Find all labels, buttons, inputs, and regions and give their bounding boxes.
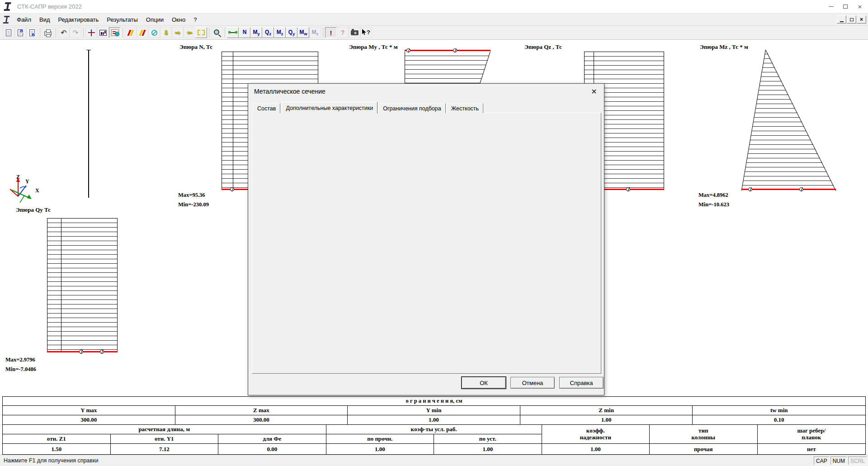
minimize-button[interactable] [824, 0, 838, 13]
menu-file[interactable]: Файл [13, 14, 35, 25]
arrow-down-icon: ⇩ [163, 29, 169, 36]
load-bolt-2-icon [139, 29, 146, 36]
arrow-down-button[interactable]: ⇩ [160, 27, 172, 38]
column-header: отн. Z1 [3, 434, 111, 444]
force-mz-button[interactable]: Mz [274, 27, 286, 38]
context-help-icon [362, 29, 370, 36]
menu-options[interactable]: Опции [142, 14, 168, 25]
question-icon: ? [341, 29, 345, 36]
table-top-section: Y max Z max Y min Z min tw min 300.00 30… [3, 406, 865, 425]
force-n-button[interactable]: N [239, 27, 250, 38]
exclamation-icon: ! [330, 29, 332, 37]
mdi-close-button[interactable]: × [857, 15, 866, 24]
export-page-icon [29, 29, 35, 36]
axes-move-icon [88, 29, 95, 36]
force-qy-button[interactable]: Qy [286, 27, 297, 38]
diagram-n-divider [233, 52, 233, 189]
exclamation-button[interactable]: ! [325, 27, 337, 38]
axis-z-label: Z [16, 174, 20, 181]
mdi-restore-button[interactable] [847, 15, 856, 24]
menu-results[interactable]: Результаты [103, 14, 142, 25]
load-bolt-2-button[interactable] [137, 27, 148, 38]
close-icon: × [858, 3, 862, 10]
element-line-button[interactable] [227, 27, 239, 38]
selection-frame-button[interactable] [195, 27, 207, 38]
table-cell: 7.12 [111, 444, 219, 454]
force-qz-button[interactable]: Qz [262, 27, 274, 38]
diagram-mz-min: Min=-10.623 [698, 201, 729, 208]
toolbar-separator [225, 28, 225, 38]
cancel-button[interactable]: Отмена [510, 377, 555, 389]
limits-table: о г р а н и ч е н и я, см Y max Z max Y … [2, 396, 866, 455]
toolbar-separator [83, 28, 84, 38]
column-header: для Фе [218, 434, 326, 444]
copy-page-icon [18, 29, 23, 36]
tab-stiffness[interactable]: Жесткость [447, 103, 483, 113]
force-mz-icon: Mz [277, 29, 283, 36]
hinge-marker [799, 187, 803, 191]
hinge-marker [79, 350, 83, 354]
snapshot-button[interactable] [349, 27, 360, 38]
axes-move-button[interactable] [85, 27, 97, 38]
column-header: Y min [348, 406, 520, 415]
context-help-button[interactable] [360, 27, 372, 38]
force-mx-button[interactable]: Mx [309, 27, 321, 38]
column-header: Y max [3, 406, 175, 415]
diagram-window-button[interactable] [97, 27, 109, 38]
arrow-right-icon: ⇨ [175, 29, 180, 36]
menu-bar: Файл Вид Редактировать Результаты Опции … [0, 14, 868, 26]
force-qz-icon: Qz [265, 29, 271, 36]
export-page-button[interactable] [26, 27, 38, 38]
hinge-marker [230, 187, 234, 191]
copy-page-button[interactable] [14, 27, 26, 38]
question-button[interactable]: ? [337, 27, 349, 38]
tab-selection-limits[interactable]: Ограничения подбора [378, 103, 445, 113]
toolbar: ⇩ ⇨ ⇦ N My Qz Mz Qy Mw Mx ! ? [0, 26, 868, 40]
force-mw-button[interactable]: Mw [297, 27, 309, 38]
axis-triad-icon [6, 175, 38, 206]
menu-edit[interactable]: Редактировать [54, 14, 103, 25]
force-my-button[interactable]: My [250, 27, 262, 38]
mdi-close-icon: × [860, 17, 863, 22]
metal-section-dialog: Металлическое сечение ✕ Состав Дополните… [248, 83, 604, 395]
zoom-button[interactable] [211, 27, 223, 38]
close-button[interactable]: × [853, 0, 867, 13]
no-load-button[interactable] [148, 27, 160, 38]
table-cell: 0.00 [218, 444, 326, 454]
help-button[interactable]: Справка [559, 377, 604, 389]
ok-button[interactable]: ОК [462, 377, 506, 389]
load-bolt-1-button[interactable] [125, 27, 137, 38]
tab-additional-characteristics[interactable]: Дополнительные характеристики [281, 102, 377, 114]
arrow-left-button[interactable]: ⇦ [184, 27, 195, 38]
menu-window[interactable]: Окно [168, 14, 189, 25]
mdi-window-controls: × [837, 15, 866, 24]
element-props-button[interactable] [109, 27, 121, 38]
selection-frame-icon [198, 30, 205, 35]
diagram-qy-min: Min=-7.0486 [5, 366, 36, 373]
column-header: отн. Y1 [111, 434, 219, 444]
table-cell: нет [758, 444, 866, 454]
maximize-button[interactable] [838, 0, 853, 13]
mdi-minimize-button[interactable] [837, 15, 846, 24]
table-cell: 300.00 [175, 415, 348, 425]
table-cell: 0.10 [693, 415, 865, 425]
group-header: типколонны [650, 425, 758, 444]
new-document-icon [6, 29, 11, 36]
title-bar: СТК-САПР версия 2022 × [0, 0, 868, 14]
diagram-my-topline [405, 50, 491, 51]
arrow-right-button[interactable]: ⇨ [172, 27, 184, 38]
undo-button[interactable] [58, 27, 70, 38]
hinge-marker [626, 187, 630, 191]
diagram-n-min: Min=-230.09 [178, 201, 209, 208]
table-cell: 1.50 [3, 444, 111, 454]
table-cell: 1.00 [326, 444, 434, 454]
menu-help[interactable]: ? [189, 14, 201, 25]
redo-button[interactable] [70, 27, 81, 38]
dialog-close-button[interactable]: ✕ [589, 86, 599, 96]
toolbar-separator [40, 28, 40, 38]
new-document-button[interactable] [3, 27, 14, 38]
tab-sostav[interactable]: Состав [253, 103, 280, 113]
print-button[interactable] [42, 27, 54, 38]
menu-view[interactable]: Вид [35, 14, 54, 25]
column-header: по уст. [434, 434, 542, 444]
